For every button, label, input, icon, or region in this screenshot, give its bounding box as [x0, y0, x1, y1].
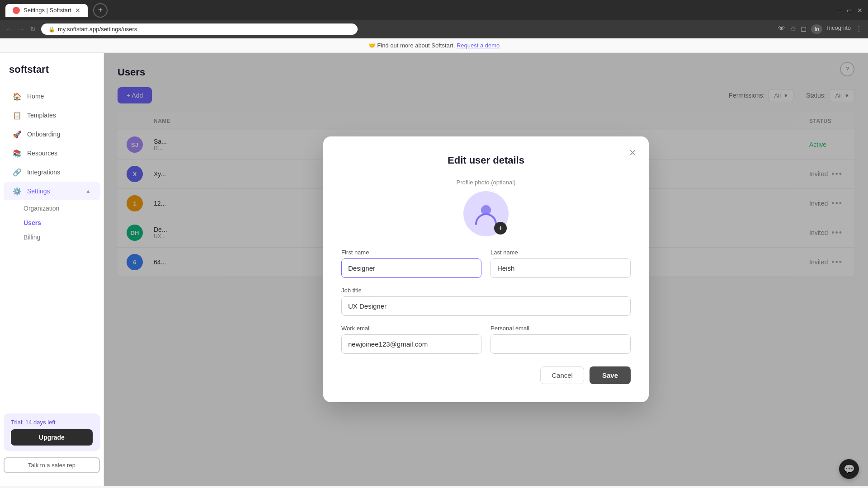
users-label: Users [24, 219, 41, 226]
sidebar-item-label: Templates [27, 112, 56, 119]
url-text: my.softstart.app/settings/users [58, 26, 137, 33]
first-name-input[interactable] [341, 258, 481, 278]
nav-arrows: ← → [5, 24, 24, 34]
modal-overlay: ✕ Edit user details Profile photo (optio… [104, 53, 868, 486]
onboarding-icon: 🚀 [13, 130, 22, 139]
bookmark-icon[interactable]: ☆ [790, 24, 796, 34]
profile-photo-label: Profile photo (optional) [457, 179, 516, 186]
sidebar-logo: softstart [0, 60, 104, 86]
menu-icon[interactable]: ⋮ [855, 24, 863, 34]
sidebar-item-resources[interactable]: 📚 Resources [4, 144, 100, 162]
modal-actions: Cancel Save [341, 366, 631, 384]
reload-button[interactable]: ↻ [30, 25, 36, 33]
modal-close-button[interactable]: ✕ [625, 145, 640, 160]
sidebar-sub-item-organization[interactable]: Organization [14, 201, 104, 216]
upgrade-button[interactable]: Upgrade [11, 429, 93, 446]
sidebar-item-label: Integrations [27, 169, 60, 176]
browser-chrome: Settings | Softstart ✕ + — ▭ ✕ [0, 0, 868, 20]
user-avatar-icon [474, 202, 498, 226]
cancel-button[interactable]: Cancel [540, 366, 584, 384]
sidebar-item-label: Resources [27, 150, 57, 157]
window-controls: — ▭ ✕ [836, 7, 863, 14]
extension-icon-1[interactable]: 👁 [778, 24, 785, 34]
sidebar-item-onboarding[interactable]: 🚀 Onboarding [4, 125, 100, 143]
app-layout: softstart 🏠 Home 📋 Templates 🚀 Onboardin… [0, 53, 868, 486]
edit-user-modal: ✕ Edit user details Profile photo (optio… [323, 136, 649, 402]
new-tab-button[interactable]: + [93, 3, 108, 18]
incognito-label: Incognito [827, 24, 851, 34]
integrations-icon: 🔗 [13, 168, 22, 177]
templates-icon: 📋 [13, 111, 22, 120]
settings-icon: ⚙️ [13, 187, 22, 196]
sidebar-item-templates[interactable]: 📋 Templates [4, 106, 100, 124]
sidebar-sub-item-billing[interactable]: Billing [14, 230, 104, 244]
email-form-row: Work email Personal email [341, 325, 631, 354]
sidebar-nav: 🏠 Home 📋 Templates 🚀 Onboarding 📚 Resour… [0, 86, 104, 408]
browser-tab[interactable]: Settings | Softstart ✕ [5, 4, 88, 17]
forward-button[interactable]: → [16, 24, 24, 34]
home-icon: 🏠 [13, 92, 22, 101]
billing-label: Billing [24, 234, 40, 241]
job-title-input[interactable] [341, 296, 631, 316]
sidebar-sub-item-users[interactable]: Users [14, 216, 104, 230]
sidebar: softstart 🏠 Home 📋 Templates 🚀 Onboardin… [0, 53, 104, 486]
organization-label: Organization [24, 205, 59, 212]
tab-title: Settings | Softstart [24, 7, 71, 14]
profile-photo-add-button[interactable]: + [494, 222, 507, 235]
profile-photo-section: Profile photo (optional) + [341, 179, 631, 236]
address-bar-row: ← → ↻ 🔒 my.softstart.app/settings/users … [0, 20, 868, 38]
job-title-form-row: Job title [341, 287, 631, 316]
first-name-group: First name [341, 249, 481, 278]
personal-email-group: Personal email [491, 325, 631, 354]
back-button[interactable]: ← [5, 24, 14, 34]
settings-expand-icon: ▲ [85, 188, 91, 194]
first-name-label: First name [341, 249, 481, 256]
work-email-label: Work email [341, 325, 481, 332]
sidebar-footer: Trial: 14 days left Upgrade Talk to a sa… [0, 408, 104, 479]
last-name-group: Last name [491, 249, 631, 278]
sidebar-item-label: Onboarding [27, 131, 60, 138]
name-form-row: First name Last name [341, 249, 631, 278]
sales-button[interactable]: Talk to a sales rep [4, 457, 100, 473]
sidebar-item-home[interactable]: 🏠 Home [4, 87, 100, 105]
wallet-icon[interactable]: ◻ [801, 24, 807, 34]
sidebar-item-integrations[interactable]: 🔗 Integrations [4, 163, 100, 181]
last-name-input[interactable] [491, 258, 631, 278]
settings-submenu: Organization Users Billing [14, 201, 104, 244]
last-name-label: Last name [491, 249, 631, 256]
modal-title: Edit user details [341, 155, 631, 166]
personal-email-label: Personal email [491, 325, 631, 332]
banner-text: 🤝 Find out more about Softstart. [368, 42, 455, 49]
trial-box: Trial: 14 days left Upgrade [4, 413, 100, 451]
tab-favicon [13, 7, 20, 14]
save-button[interactable]: Save [590, 366, 631, 384]
job-title-label: Job title [341, 287, 631, 294]
work-email-input[interactable] [341, 334, 481, 354]
personal-email-input[interactable] [491, 334, 631, 354]
sidebar-item-label: Settings [27, 188, 50, 195]
browser-extension-icons: 👁 ☆ ◻ In Incognito ⋮ [778, 24, 863, 34]
main-content: Users + Add Permissions: All ▾ Status: A… [104, 53, 868, 486]
tab-close-button[interactable]: ✕ [75, 7, 80, 14]
resources-icon: 📚 [13, 149, 22, 158]
url-bar[interactable]: 🔒 my.softstart.app/settings/users [41, 23, 358, 35]
account-icon[interactable]: In [811, 24, 822, 34]
sidebar-item-settings[interactable]: ⚙️ Settings ▲ [4, 182, 100, 200]
trial-text: Trial: 14 days left [11, 419, 93, 426]
notification-banner: 🤝 Find out more about Softstart. Request… [0, 38, 868, 53]
profile-photo-container[interactable]: + [463, 191, 509, 236]
work-email-group: Work email [341, 325, 481, 354]
job-title-group: Job title [341, 287, 631, 316]
request-demo-link[interactable]: Request a demo [457, 42, 500, 49]
sidebar-item-label: Home [27, 93, 44, 100]
